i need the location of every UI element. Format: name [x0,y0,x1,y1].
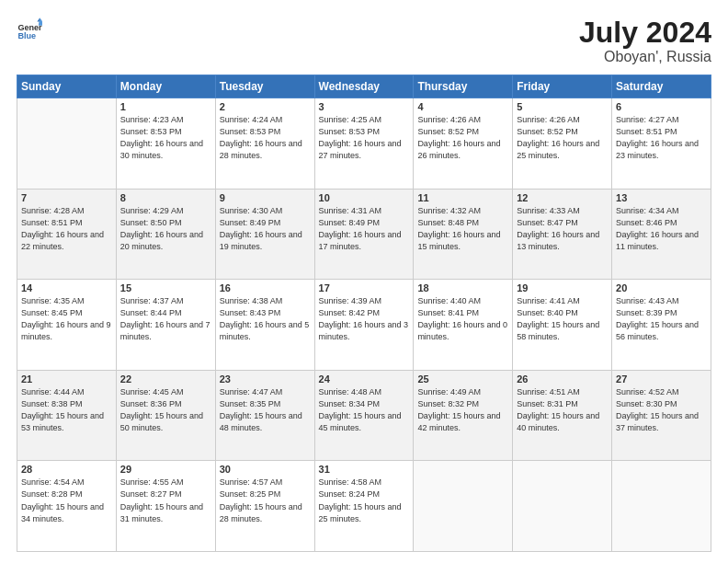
sunrise-text: Sunrise: 4:40 AM [417,296,481,305]
day-info: Sunrise: 4:26 AMSunset: 8:52 PMDaylight:… [517,114,608,162]
sunset-text: Sunset: 8:38 PM [21,399,83,408]
sunrise-text: Sunrise: 4:34 AM [616,206,679,215]
day-info: Sunrise: 4:49 AMSunset: 8:32 PMDaylight:… [417,386,508,434]
day-info: Sunrise: 4:45 AMSunset: 8:36 PMDaylight:… [120,386,211,434]
sunset-text: Sunset: 8:53 PM [120,127,182,136]
logo: General Blue [17,17,42,42]
calendar-cell [414,461,513,552]
day-number: 1 [120,101,211,112]
day-number: 30 [220,464,311,475]
sunrise-text: Sunrise: 4:24 AM [220,115,283,124]
day-info: Sunrise: 4:47 AMSunset: 8:35 PMDaylight:… [220,386,311,434]
calendar-cell: 13Sunrise: 4:34 AMSunset: 8:46 PMDayligh… [612,189,711,280]
daylight-text: Daylight: 15 hours and 31 minutes. [120,502,203,523]
sunset-text: Sunset: 8:49 PM [220,218,281,227]
day-number: 27 [616,373,707,385]
daylight-text: Daylight: 15 hours and 58 minutes. [517,320,599,341]
day-info: Sunrise: 4:30 AMSunset: 8:49 PMDaylight:… [220,205,311,253]
calendar-cell: 4Sunrise: 4:26 AMSunset: 8:52 PMDaylight… [414,98,513,190]
daylight-text: Daylight: 15 hours and 40 minutes. [517,411,599,432]
sunset-text: Sunset: 8:41 PM [417,308,479,317]
sunset-text: Sunset: 8:25 PM [220,489,281,499]
day-info: Sunrise: 4:55 AMSunset: 8:27 PMDaylight:… [120,477,211,524]
daylight-text: Daylight: 16 hours and 0 minutes. [417,320,507,341]
calendar-cell [513,461,612,552]
day-number: 11 [417,192,508,203]
calendar-cell: 8Sunrise: 4:29 AMSunset: 8:50 PMDaylight… [116,189,215,280]
daylight-text: Daylight: 15 hours and 25 minutes. [319,502,402,523]
calendar-cell [612,461,711,552]
title-block: July 2024 Oboyan', Russia [579,17,711,65]
day-info: Sunrise: 4:57 AMSunset: 8:25 PMDaylight:… [220,477,311,524]
daylight-text: Daylight: 16 hours and 19 minutes. [220,230,302,251]
day-number: 15 [120,282,211,293]
day-info: Sunrise: 4:23 AMSunset: 8:53 PMDaylight:… [120,114,211,162]
sunset-text: Sunset: 8:24 PM [319,489,381,499]
day-number: 5 [517,101,608,112]
sunset-text: Sunset: 8:27 PM [120,489,182,499]
sunrise-text: Sunrise: 4:52 AM [616,387,679,396]
calendar-cell: 28Sunrise: 4:54 AMSunset: 8:28 PMDayligh… [17,461,117,552]
daylight-text: Daylight: 16 hours and 20 minutes. [120,230,203,251]
sunrise-text: Sunrise: 4:44 AM [21,387,85,396]
daylight-text: Daylight: 15 hours and 34 minutes. [21,502,104,523]
sunrise-text: Sunrise: 4:43 AM [616,296,679,305]
daylight-text: Daylight: 16 hours and 7 minutes. [120,320,210,341]
day-number: 2 [220,101,311,112]
day-info: Sunrise: 4:31 AMSunset: 8:49 PMDaylight:… [319,205,410,253]
calendar-cell: 17Sunrise: 4:39 AMSunset: 8:42 PMDayligh… [314,280,414,371]
sunrise-text: Sunrise: 4:26 AM [517,115,580,124]
day-info: Sunrise: 4:43 AMSunset: 8:39 PMDaylight:… [616,295,707,343]
calendar-cell: 15Sunrise: 4:37 AMSunset: 8:44 PMDayligh… [116,280,215,371]
day-number: 14 [21,282,112,293]
day-info: Sunrise: 4:37 AMSunset: 8:44 PMDaylight:… [120,295,211,343]
sunrise-text: Sunrise: 4:26 AM [417,115,481,124]
daylight-text: Daylight: 15 hours and 53 minutes. [21,411,104,432]
daylight-text: Daylight: 16 hours and 9 minutes. [21,320,111,341]
daylight-text: Daylight: 16 hours and 27 minutes. [319,139,402,160]
daylight-text: Daylight: 16 hours and 30 minutes. [120,139,203,160]
calendar-cell: 16Sunrise: 4:38 AMSunset: 8:43 PMDayligh… [215,280,314,371]
day-number: 23 [220,373,311,385]
day-header-tuesday: Tuesday [215,75,314,98]
day-number: 4 [417,101,508,112]
calendar-week-row: 1Sunrise: 4:23 AMSunset: 8:53 PMDaylight… [17,98,711,190]
daylight-text: Daylight: 15 hours and 42 minutes. [417,411,500,432]
calendar-cell: 21Sunrise: 4:44 AMSunset: 8:38 PMDayligh… [17,370,117,461]
daylight-text: Daylight: 16 hours and 17 minutes. [319,230,402,251]
daylight-text: Daylight: 16 hours and 22 minutes. [21,230,104,251]
calendar-header-row: SundayMondayTuesdayWednesdayThursdayFrid… [17,75,711,98]
calendar-cell: 5Sunrise: 4:26 AMSunset: 8:52 PMDaylight… [513,98,612,190]
calendar-cell: 30Sunrise: 4:57 AMSunset: 8:25 PMDayligh… [215,461,314,552]
calendar-cell: 29Sunrise: 4:55 AMSunset: 8:27 PMDayligh… [116,461,215,552]
day-info: Sunrise: 4:26 AMSunset: 8:52 PMDaylight:… [417,114,508,162]
sunrise-text: Sunrise: 4:32 AM [417,206,481,215]
day-number: 16 [220,282,311,293]
sunset-text: Sunset: 8:40 PM [517,308,578,317]
sunset-text: Sunset: 8:34 PM [319,399,381,408]
calendar-cell: 20Sunrise: 4:43 AMSunset: 8:39 PMDayligh… [612,280,711,371]
sunrise-text: Sunrise: 4:27 AM [616,115,679,124]
calendar-cell: 23Sunrise: 4:47 AMSunset: 8:35 PMDayligh… [215,370,314,461]
daylight-text: Daylight: 16 hours and 3 minutes. [319,320,409,341]
sunset-text: Sunset: 8:48 PM [417,218,479,227]
day-info: Sunrise: 4:48 AMSunset: 8:34 PMDaylight:… [319,386,410,434]
sunrise-text: Sunrise: 4:33 AM [517,206,580,215]
sunset-text: Sunset: 8:49 PM [319,218,381,227]
sunset-text: Sunset: 8:50 PM [120,218,182,227]
day-info: Sunrise: 4:40 AMSunset: 8:41 PMDaylight:… [417,295,508,343]
calendar-cell: 26Sunrise: 4:51 AMSunset: 8:31 PMDayligh… [513,370,612,461]
sunrise-text: Sunrise: 4:47 AM [220,387,283,396]
daylight-text: Daylight: 15 hours and 56 minutes. [616,320,699,341]
sunrise-text: Sunrise: 4:38 AM [220,296,283,305]
day-number: 22 [120,373,211,385]
calendar-week-row: 7Sunrise: 4:28 AMSunset: 8:51 PMDaylight… [17,189,711,280]
sunset-text: Sunset: 8:43 PM [220,308,281,317]
sunrise-text: Sunrise: 4:41 AM [517,296,580,305]
day-number: 10 [319,192,410,203]
daylight-text: Daylight: 16 hours and 13 minutes. [517,230,599,251]
sunrise-text: Sunrise: 4:30 AM [220,206,283,215]
day-header-thursday: Thursday [414,75,513,98]
sunset-text: Sunset: 8:52 PM [517,127,578,136]
day-number: 12 [517,192,608,203]
